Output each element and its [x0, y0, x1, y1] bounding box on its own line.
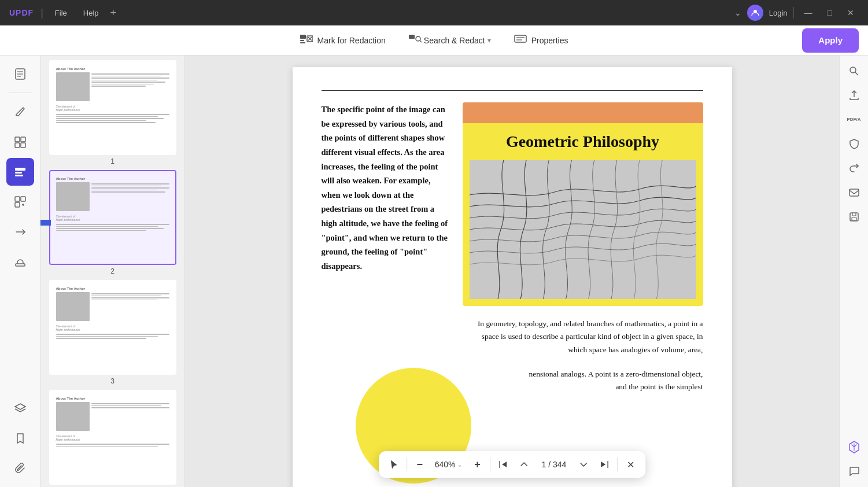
- svg-point-32: [850, 67, 856, 73]
- apply-button[interactable]: Apply: [802, 28, 859, 53]
- pdf-main-text: The specific point of the image can be e…: [322, 102, 449, 274]
- organize-icon-btn[interactable]: [6, 128, 34, 156]
- properties-label: Properties: [531, 36, 568, 45]
- attach-icon-btn[interactable]: [6, 455, 34, 482]
- search-redact-label: Search & Redact: [424, 36, 485, 45]
- zoom-display[interactable]: 640% ⌄: [430, 460, 467, 469]
- thumbnail-item-4[interactable]: About The Author: [45, 390, 180, 487]
- chevron-down-icon[interactable]: ⌄: [734, 8, 741, 17]
- thumbnail-panel: About The Author: [40, 56, 185, 487]
- save-icon-btn[interactable]: [843, 206, 865, 228]
- page-last-btn[interactable]: [594, 454, 615, 475]
- svg-rect-18: [21, 137, 25, 142]
- thumbnail-item-2[interactable]: About The Author: [45, 170, 180, 275]
- layer-icon-btn[interactable]: [6, 394, 34, 422]
- help-menu[interactable]: Help: [79, 6, 104, 20]
- svg-rect-35: [849, 189, 859, 196]
- toolbar: Mark for Redaction Search & Redact ▾ Pro…: [0, 25, 868, 56]
- pdf-geometry-text-p1: In geometry, topology, and related branc…: [478, 319, 703, 354]
- thumbnail-item-1[interactable]: About The Author: [45, 60, 180, 165]
- page-up-btn[interactable]: [514, 454, 534, 475]
- ocr-icon-btn[interactable]: [6, 188, 34, 216]
- file-menu[interactable]: File: [50, 6, 72, 20]
- upload-icon-btn[interactable]: [843, 84, 865, 106]
- thumb-img-4: About The Author: [50, 391, 175, 484]
- svg-line-33: [855, 72, 858, 75]
- svg-rect-36: [850, 213, 858, 221]
- close-toolbar-btn[interactable]: ✕: [620, 454, 641, 475]
- mark-for-redaction-btn[interactable]: Mark for Redaction: [289, 28, 397, 53]
- stamp-icon-btn[interactable]: [6, 248, 34, 276]
- search-sidebar-icon-btn[interactable]: [843, 60, 865, 82]
- close-btn[interactable]: ✕: [843, 8, 859, 17]
- svg-rect-37: [852, 217, 856, 220]
- pdf-geometry-text2: nensional analogs. A point is a zero-dim…: [519, 368, 703, 394]
- svg-rect-29: [470, 160, 696, 299]
- share-icon-btn[interactable]: [843, 157, 865, 179]
- svg-rect-3: [300, 42, 305, 43]
- thumb-box-1[interactable]: About The Author: [49, 60, 176, 155]
- main-area: About The Author: [0, 56, 868, 487]
- titlebar: UPDF | File Help + ⌄ Login — □ ✕: [0, 0, 868, 25]
- svg-line-9: [420, 40, 422, 42]
- thumbnail-item-3[interactable]: About The Author: [45, 280, 180, 385]
- properties-icon: [514, 34, 527, 47]
- reader-icon-btn[interactable]: [6, 60, 34, 88]
- thumb-page-num-3: 3: [110, 377, 114, 385]
- pdf-top-rule: [322, 90, 703, 91]
- zoom-in-btn[interactable]: +: [467, 454, 487, 475]
- search-dropdown-icon[interactable]: ▾: [487, 36, 491, 45]
- svg-marker-28: [40, 211, 51, 234]
- pdfa-icon-btn[interactable]: PDF/A: [843, 109, 865, 131]
- left-sep1: [9, 93, 32, 93]
- svg-rect-17: [15, 137, 20, 142]
- cursor-tool-btn[interactable]: [383, 454, 404, 475]
- svg-point-8: [416, 36, 420, 41]
- properties-btn[interactable]: Properties: [503, 28, 580, 53]
- page-down-btn[interactable]: [573, 454, 594, 475]
- mark-redaction-label: Mark for Redaction: [317, 36, 386, 45]
- add-tab-btn[interactable]: +: [110, 7, 117, 19]
- page-indicator-arrow: [40, 208, 51, 237]
- convert-icon-btn[interactable]: [6, 218, 34, 246]
- toolbar-sep3: [617, 458, 618, 471]
- comment-icon-btn[interactable]: [843, 460, 865, 482]
- svg-rect-24: [15, 197, 20, 201]
- thumb-page-num-2: 2: [110, 267, 114, 275]
- mail-icon-btn[interactable]: [843, 182, 865, 204]
- pdf-page: The specific point of the image can be e…: [293, 67, 732, 487]
- minimize-btn[interactable]: —: [800, 8, 817, 17]
- bookmark-icon-btn[interactable]: [6, 425, 34, 452]
- bottom-toolbar: − 640% ⌄ + 1 / 344: [379, 451, 646, 478]
- svg-rect-10: [515, 35, 526, 42]
- toolbar-sep1: [407, 458, 407, 471]
- updf-logo-icon-btn[interactable]: [843, 436, 865, 458]
- pdf-right-col: Geometric Philosophy: [463, 102, 703, 356]
- svg-rect-22: [15, 172, 22, 174]
- secure-icon-btn[interactable]: [843, 133, 865, 155]
- titlebar-right: ⌄ Login — □ ✕: [734, 5, 859, 21]
- thumb-img-3: About The Author: [50, 281, 175, 374]
- svg-rect-27: [16, 264, 25, 266]
- svg-rect-1: [300, 35, 306, 39]
- thumb-box-2[interactable]: About The Author: [49, 170, 176, 265]
- svg-rect-2: [300, 40, 304, 41]
- zoom-out-btn[interactable]: −: [409, 454, 430, 475]
- page-display[interactable]: 1 / 344: [534, 460, 573, 469]
- svg-rect-20: [21, 143, 25, 147]
- thumb-box-4[interactable]: About The Author: [49, 390, 176, 485]
- svg-rect-25: [21, 197, 25, 201]
- login-label[interactable]: Login: [769, 9, 788, 17]
- thumb-box-3[interactable]: About The Author: [49, 280, 176, 375]
- geometric-card-header: [463, 102, 703, 123]
- page-first-btn[interactable]: [493, 454, 514, 475]
- avatar: [747, 5, 763, 21]
- redact-icon-btn[interactable]: [6, 158, 34, 186]
- edit-icon-btn[interactable]: [6, 98, 34, 126]
- zoom-chevron-icon: ⌄: [457, 462, 462, 468]
- maximize-btn[interactable]: □: [823, 8, 837, 17]
- pdf-view[interactable]: The specific point of the image can be e…: [185, 56, 839, 487]
- geometric-title: Geometric Philosophy: [463, 123, 703, 160]
- svg-rect-19: [15, 143, 20, 147]
- search-redact-btn[interactable]: Search & Redact ▾: [397, 28, 503, 53]
